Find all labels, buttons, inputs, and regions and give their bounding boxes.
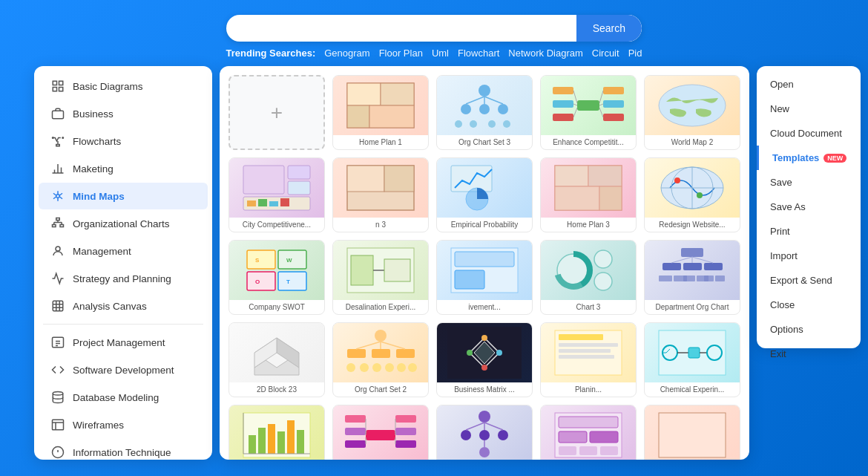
search-input[interactable]: [226, 15, 576, 42]
template-company-swot[interactable]: S W O T Company SWOT: [228, 240, 325, 315]
panel-export-send[interactable]: Export & Send: [757, 268, 861, 293]
svg-point-199: [479, 411, 490, 423]
panel-templates[interactable]: Templates NEW: [757, 146, 861, 170]
svg-line-71: [573, 91, 577, 103]
svg-line-77: [599, 91, 603, 103]
svg-text:O: O: [255, 278, 260, 285]
svg-line-64: [484, 97, 503, 104]
panel-import[interactable]: Import: [757, 244, 861, 268]
svg-rect-215: [659, 413, 726, 457]
svg-point-106: [697, 192, 703, 198]
sidebar-item-analysis-canvas[interactable]: Analysis Canvas: [39, 293, 208, 319]
template-column-chart-an[interactable]: Column Chart an...: [228, 405, 325, 460]
template-2d-block-23[interactable]: 2D Block 23: [228, 322, 325, 397]
sidebar-item-maketing[interactable]: Maketing: [39, 155, 208, 182]
template-desalination-experi[interactable]: Desalination Experi...: [332, 240, 429, 315]
sidebar-item-management[interactable]: Management: [39, 238, 208, 264]
sidebar-label: Maketing: [73, 163, 114, 175]
template-life-plan[interactable]: Life Plan: [540, 405, 637, 460]
template-thumb: [541, 323, 636, 382]
template-planin[interactable]: Planin...: [540, 322, 637, 397]
svg-rect-189: [345, 428, 366, 435]
panel-save-as[interactable]: Save As: [757, 195, 861, 219]
svg-rect-89: [269, 201, 278, 206]
panel-exit[interactable]: Exit: [757, 342, 861, 366]
svg-rect-172: [688, 348, 700, 358]
template-business-matrix[interactable]: Business Matrix ...: [436, 322, 533, 397]
template-english-part-of-sp[interactable]: English Part Of Sp...: [332, 405, 429, 460]
right-panel: Open New Cloud Document Templates NEW Sa…: [757, 66, 861, 348]
template-movement[interactable]: ivement...: [436, 240, 533, 315]
svg-rect-138: [704, 276, 714, 281]
sidebar-item-business[interactable]: Business: [39, 100, 208, 127]
info-icon: [50, 445, 65, 460]
svg-rect-92: [347, 166, 384, 192]
sidebar-item-database-modeling[interactable]: Database Modeling: [39, 384, 208, 411]
template-bottom-1[interactable]: [644, 405, 740, 460]
trending-flowchart[interactable]: Flowchart: [458, 48, 499, 59]
svg-rect-98: [588, 166, 622, 186]
template-flowchart-sample[interactable]: Flowchart Sample: [436, 405, 533, 460]
panel-print[interactable]: Print: [757, 219, 861, 244]
sidebar-item-software-development[interactable]: Software Development: [39, 356, 208, 383]
trending-genogram[interactable]: Genogram: [324, 48, 369, 59]
header: Search Trending Searches: Genogram Floor…: [0, 0, 868, 66]
panel-save[interactable]: Save: [757, 170, 861, 195]
panel-open[interactable]: Open: [757, 72, 861, 97]
panel-options[interactable]: Options: [757, 317, 861, 342]
template-redesign-website[interactable]: Redesign Website...: [644, 157, 740, 232]
template-city-competitivene[interactable]: City Competitivene...: [228, 157, 325, 232]
template-chemical-experin[interactable]: Chemical Experin...: [644, 322, 740, 397]
panel-new[interactable]: New: [757, 97, 861, 121]
sidebar-label: Analysis Canvas: [73, 301, 147, 312]
template-chart-3[interactable]: Chart 3: [540, 240, 637, 315]
svg-line-150: [381, 342, 405, 349]
panel-close[interactable]: Close: [757, 293, 861, 317]
template-org-chart-set-2[interactable]: Org Chart Set 2: [332, 322, 429, 397]
svg-rect-83: [243, 166, 284, 194]
template-org-chart-set-3[interactable]: Org Chart Set 3: [436, 75, 533, 150]
sidebar-item-project-management[interactable]: Project Management: [39, 329, 208, 356]
template-home-plan-3[interactable]: Home Plan 3: [540, 157, 637, 232]
sidebar-item-strategy[interactable]: Strategy and Planning: [39, 265, 208, 292]
svg-rect-22: [60, 225, 64, 227]
sidebar-item-flowcharts[interactable]: Flowcharts: [39, 128, 208, 154]
sidebar-item-wireframes[interactable]: Wireframes: [39, 411, 208, 438]
trending-circuit[interactable]: Circuit: [592, 48, 619, 59]
sidebar-item-information-technique[interactable]: Information Technique: [39, 439, 208, 460]
panel-label: Export & Send: [770, 275, 832, 286]
flow-icon: [50, 134, 65, 149]
svg-rect-76: [603, 87, 624, 94]
svg-rect-139: [715, 276, 725, 281]
svg-rect-110: [278, 272, 306, 290]
add-new-template[interactable]: +: [228, 75, 325, 150]
template-label: Planin...: [541, 382, 636, 397]
trending-floorplan[interactable]: Floor Plan: [379, 48, 423, 59]
trending-pid[interactable]: Pid: [628, 48, 642, 59]
svg-rect-78: [603, 100, 624, 108]
template-thumb: [645, 241, 740, 300]
template-enhance-competitit[interactable]: Enhance Competitit...: [540, 75, 637, 150]
template-world-map-2[interactable]: World Map 2: [644, 75, 740, 150]
sidebar-item-org-charts[interactable]: Organizational Charts: [39, 210, 208, 237]
sidebar-item-mind-maps[interactable]: Mind Maps: [39, 183, 208, 209]
bar-chart-icon: [50, 161, 65, 176]
svg-line-133: [692, 257, 713, 263]
svg-rect-3: [59, 88, 63, 91]
panel-cloud-document[interactable]: Cloud Document: [757, 121, 861, 146]
template-empirical-probability[interactable]: Empirical Probability: [436, 157, 533, 232]
template-n3[interactable]: n 3: [332, 157, 429, 232]
svg-rect-99: [555, 186, 599, 210]
svg-point-162: [481, 365, 487, 371]
sidebar-item-basic-diagrams[interactable]: Basic Diagrams: [39, 73, 208, 100]
svg-rect-180: [268, 424, 275, 454]
trending-uml[interactable]: Uml: [432, 48, 449, 59]
svg-point-125: [594, 250, 612, 268]
trending-networkdiagram[interactable]: Network Diagram: [508, 48, 582, 59]
sidebar-label: Software Development: [73, 365, 174, 376]
template-department-org-chart[interactable]: Department Org Chart: [644, 240, 740, 315]
template-thumb: [645, 405, 740, 460]
search-button[interactable]: Search: [576, 15, 642, 42]
template-home-plan-1[interactable]: Home Plan 1: [332, 75, 429, 150]
template-thumb: [437, 405, 532, 460]
